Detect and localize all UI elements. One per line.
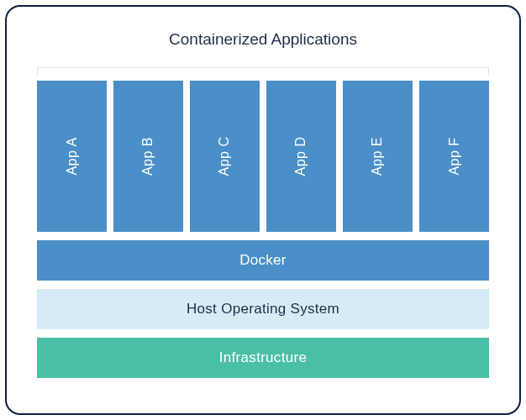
app-box-d: App D <box>266 81 336 232</box>
layer-infrastructure: Infrastructure <box>37 338 489 378</box>
app-label: App A <box>64 137 79 175</box>
apps-row: App A App B App C App D App E App F <box>37 81 489 232</box>
layer-label: Docker <box>239 252 287 269</box>
diagram-card: Containerized Applications App A App B A… <box>5 5 521 415</box>
app-box-c: App C <box>190 81 260 232</box>
app-label: App F <box>447 137 462 175</box>
diagram-title: Containerized Applications <box>37 30 489 49</box>
app-box-b: App B <box>113 81 183 232</box>
app-label: App E <box>371 137 386 176</box>
app-label: App B <box>141 137 156 176</box>
app-label: App C <box>218 137 233 176</box>
app-label: App D <box>294 137 309 176</box>
layer-label: Infrastructure <box>219 349 307 366</box>
app-box-a: App A <box>37 81 107 232</box>
layer-label: Host Operating System <box>187 301 339 318</box>
apps-bracket <box>37 67 489 76</box>
app-box-e: App E <box>343 81 413 232</box>
layer-host-os: Host Operating System <box>37 289 489 329</box>
layer-docker: Docker <box>37 240 489 281</box>
app-box-f: App F <box>419 81 489 232</box>
